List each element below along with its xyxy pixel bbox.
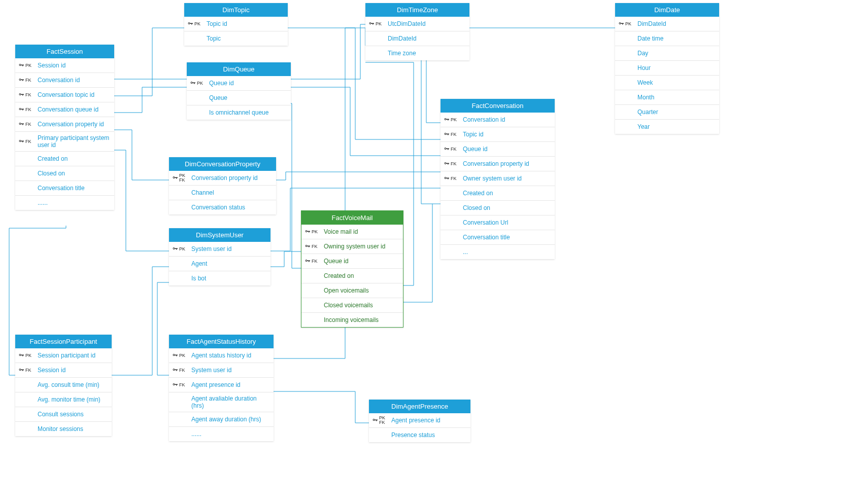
entity-dimconversationproperty[interactable]: DimConversationProperty PKFKConversation… bbox=[169, 157, 276, 214]
key-label: FK bbox=[451, 132, 457, 137]
entity-title: DimTopic bbox=[184, 3, 288, 17]
entity-row: Time zone bbox=[365, 46, 469, 60]
column-name: Conversation id bbox=[463, 116, 551, 123]
key-col: FK bbox=[304, 258, 324, 264]
entity-dimtopic[interactable]: DimTopic PKTopic idTopic bbox=[184, 3, 288, 46]
key-col: FK bbox=[18, 106, 38, 113]
key-label: FK bbox=[451, 176, 457, 181]
key-label: PK bbox=[197, 81, 203, 86]
column-name: Session id bbox=[38, 62, 110, 69]
entity-row: Monitor sessions bbox=[15, 422, 112, 436]
entity-dimagentpresence[interactable]: DimAgentPresence PKFKAgent presence idPr… bbox=[369, 400, 470, 442]
column-name: Closed voicemails bbox=[324, 302, 399, 309]
column-name: Conversation status bbox=[191, 204, 272, 211]
entity-row: DimDateId bbox=[365, 31, 469, 46]
column-name: Conversation property id bbox=[463, 160, 551, 167]
entity-title: FactVoiceMail bbox=[301, 211, 403, 225]
entity-row: PKSystem user id bbox=[169, 242, 270, 257]
entity-title: FactConversation bbox=[441, 99, 555, 113]
entity-dimtimezone[interactable]: DimTimeZone PKUtcDimDateIdDimDateIdTime … bbox=[365, 3, 469, 60]
key-col: FK bbox=[304, 243, 324, 249]
entity-row: Presence status bbox=[369, 428, 470, 442]
entity-row: Channel bbox=[169, 186, 276, 200]
key-col: PK bbox=[304, 229, 324, 235]
column-name: Conversation id bbox=[38, 77, 110, 84]
entity-row: Conversation title bbox=[441, 230, 555, 245]
column-name: Incoming voicemails bbox=[324, 316, 399, 323]
column-name: Day bbox=[637, 50, 715, 57]
column-name: Week bbox=[637, 79, 715, 86]
entity-row: PKFKConversation property id bbox=[169, 171, 276, 186]
column-name: Month bbox=[637, 94, 715, 101]
column-name: Agent presence id bbox=[391, 417, 466, 424]
key-col: PKFK bbox=[172, 173, 191, 183]
key-label: PK bbox=[625, 22, 631, 26]
entity-row: Conversation title bbox=[15, 181, 114, 196]
entity-row: FKTopic id bbox=[441, 127, 555, 142]
entity-row: FKSystem user id bbox=[169, 363, 274, 378]
entity-row: PKUtcDimDateId bbox=[365, 17, 469, 31]
entity-row: PKSession id bbox=[15, 58, 114, 73]
entity-row: Agent bbox=[169, 257, 270, 271]
entity-title: DimSystemUser bbox=[169, 228, 270, 242]
key-label: FK bbox=[179, 368, 185, 373]
column-name: Conversation title bbox=[463, 234, 551, 241]
entity-row: FKConversation id bbox=[15, 73, 114, 88]
entity-row: ...... bbox=[15, 196, 114, 210]
entity-factsession[interactable]: FactSession PKSession idFKConversation i… bbox=[15, 45, 114, 210]
key-col: PK bbox=[18, 352, 38, 358]
column-name: Quarter bbox=[637, 109, 715, 116]
entity-row: FKQueue id bbox=[301, 254, 403, 269]
column-name: Created on bbox=[38, 155, 110, 162]
key-label: FK bbox=[25, 368, 31, 373]
entity-row: Avg. consult time (min) bbox=[15, 378, 112, 392]
key-col: PK bbox=[368, 21, 388, 27]
key-label: FK bbox=[25, 78, 31, 83]
entity-row: FKConversation queue id bbox=[15, 102, 114, 117]
key-col: PK bbox=[190, 80, 209, 86]
entity-row: Topic bbox=[184, 31, 288, 46]
entity-dimdate[interactable]: DimDate PKDimDateIdDate timeDayHourWeekM… bbox=[615, 3, 719, 134]
entity-row: PKQueue id bbox=[187, 76, 291, 91]
column-name: Queue id bbox=[209, 80, 287, 87]
entity-factconversation[interactable]: FactConversation PKConversation idFKTopi… bbox=[441, 99, 555, 259]
entity-dimsystemuser[interactable]: DimSystemUser PKSystem user idAgentIs bo… bbox=[169, 228, 270, 285]
column-name: Primary participant system user id bbox=[38, 134, 110, 149]
column-name: Open voicemails bbox=[324, 287, 399, 294]
key-label: PK bbox=[25, 353, 31, 358]
column-name: Conversation queue id bbox=[38, 106, 110, 113]
key-col: PK bbox=[18, 62, 38, 68]
entity-row: Consult sessions bbox=[15, 407, 112, 422]
entity-factsessionparticipant[interactable]: FactSessionParticipant PKSession partici… bbox=[15, 335, 112, 436]
key-col: FK bbox=[18, 121, 38, 127]
entity-rows: PKFKAgent presence idPresence status bbox=[369, 413, 470, 442]
column-name: Conversation topic id bbox=[38, 91, 110, 98]
column-name: Agent presence id bbox=[191, 381, 269, 388]
column-name: Session participant id bbox=[38, 352, 108, 359]
key-label: PK bbox=[25, 63, 31, 68]
entity-row: Created on bbox=[301, 269, 403, 283]
column-name: Owning system user id bbox=[324, 243, 399, 250]
key-label: FK bbox=[25, 93, 31, 97]
key-label: PK bbox=[451, 118, 457, 122]
entity-row: Avg. monitor time (min) bbox=[15, 392, 112, 407]
column-name: Monitor sessions bbox=[38, 425, 108, 433]
entity-factvoicemail[interactable]: FactVoiceMail PKVoice mail idFKOwning sy… bbox=[301, 210, 403, 328]
column-name: Avg. consult time (min) bbox=[38, 381, 108, 388]
entity-title: FactSession bbox=[15, 45, 114, 58]
entity-row: FKConversation topic id bbox=[15, 88, 114, 102]
entity-row: Conversation status bbox=[169, 200, 276, 214]
entity-row: PKDimDateId bbox=[615, 17, 719, 31]
column-name: System user id bbox=[191, 367, 269, 374]
entity-row: ... bbox=[441, 245, 555, 259]
column-name: Created on bbox=[324, 272, 399, 279]
entity-dimqueue[interactable]: DimQueue PKQueue idQueueIs omnichannel q… bbox=[187, 62, 291, 120]
key-label: FK bbox=[25, 139, 31, 144]
column-name: Conversation Url bbox=[463, 219, 551, 226]
column-name: Conversation title bbox=[38, 185, 110, 192]
column-name: Year bbox=[637, 123, 715, 130]
entity-factagentstatushistory[interactable]: FactAgentStatusHistory PKAgent status hi… bbox=[169, 335, 274, 441]
column-name: UtcDimDateId bbox=[388, 20, 465, 27]
key-col: PK bbox=[172, 246, 191, 252]
entity-rows: PKTopic idTopic bbox=[184, 17, 288, 46]
